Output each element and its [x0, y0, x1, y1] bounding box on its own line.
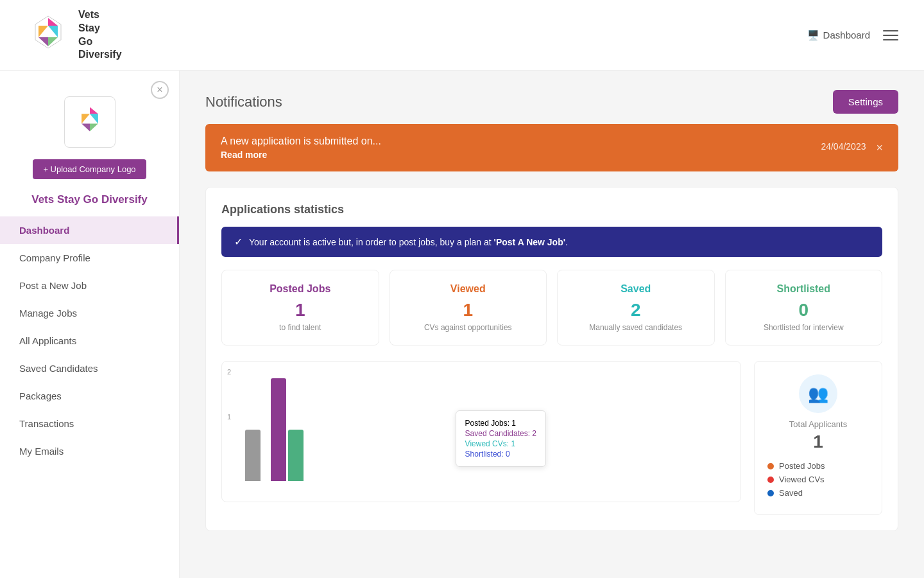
bar-group-1	[245, 430, 261, 481]
sidebar-item-packages[interactable]: Packages	[0, 382, 179, 410]
tooltip-shortlisted-label: Shortlisted:	[465, 450, 504, 459]
y-label-2: 2	[227, 368, 231, 376]
bar-chart: 2 1	[221, 361, 741, 502]
stat-desc-viewed: CVs against opportunities	[403, 323, 534, 332]
sidebar-logo-icon	[71, 103, 109, 141]
sidebar-link-company-profile[interactable]: Company Profile	[0, 244, 179, 272]
site-logo-text: Vets Stay Go Diversify	[78, 8, 122, 62]
notification-content: A new application is submitted on... Rea…	[221, 136, 381, 160]
applications-statistics-title: Applications statistics	[221, 203, 882, 216]
svg-marker-10	[81, 124, 90, 132]
settings-button[interactable]: Settings	[833, 90, 898, 114]
applicants-icon: 👥	[808, 384, 828, 404]
notification-banner: A new application is submitted on... Rea…	[205, 124, 898, 171]
tooltip-viewed-label: Viewed CVs:	[465, 439, 509, 448]
bar-group-2	[271, 378, 304, 481]
tooltip-shortlisted: Shortlisted: 0	[465, 450, 536, 459]
tooltip-saved-candidates: Saved Candidates: 2	[465, 429, 536, 438]
sidebar-link-post-job[interactable]: Post a New Job	[0, 272, 179, 299]
stat-card-viewed: Viewed 1 CVs against opportunities	[389, 270, 547, 346]
tooltip-posted-jobs: Posted Jobs: 1	[465, 419, 536, 428]
svg-marker-11	[90, 124, 98, 132]
bar-purple-1	[271, 378, 286, 481]
sidebar-link-packages[interactable]: Packages	[0, 382, 179, 410]
stat-value-shortlisted: 0	[739, 300, 869, 320]
legend-label-posted-jobs: Posted Jobs	[779, 461, 825, 471]
legend-items: Posted Jobs Viewed CVs Saved	[767, 461, 869, 498]
applications-statistics-section: Applications statistics ✓ Your account i…	[205, 187, 898, 531]
notification-close-button[interactable]: ×	[876, 141, 883, 155]
stats-cards: Posted Jobs 1 to find talent Viewed 1 CV…	[221, 270, 882, 346]
dashboard-nav-link[interactable]: 🖥️ Dashboard	[807, 30, 870, 41]
info-banner-link[interactable]: 'Post A New Job'	[494, 237, 565, 247]
svg-marker-8	[81, 114, 90, 123]
legend-card: 👥 Total Applicants 1 Posted Jobs Viewed …	[754, 361, 882, 515]
main-layout: × + Upload Company Logo Vets Stay Go Div…	[0, 71, 924, 578]
sidebar: × + Upload Company Logo Vets Stay Go Div…	[0, 71, 180, 578]
tooltip-viewed-value: 1	[511, 439, 515, 448]
stat-desc-shortlisted: Shortlisted for interview	[739, 323, 869, 332]
stat-title-posted-jobs: Posted Jobs	[235, 283, 366, 295]
legend-item-posted-jobs: Posted Jobs	[767, 461, 869, 471]
info-banner-text: Your account is active but, in order to …	[249, 237, 568, 247]
stat-value-saved: 2	[570, 300, 701, 320]
sidebar-item-transactions[interactable]: Transactions	[0, 410, 179, 437]
stat-card-shortlisted: Shortlisted 0 Shortlisted for interview	[725, 270, 883, 346]
sidebar-link-transactions[interactable]: Transactions	[0, 410, 179, 437]
legend-dot-viewed-cvs	[767, 477, 774, 483]
legend-dot-posted-jobs	[767, 463, 774, 469]
svg-marker-3	[48, 26, 58, 37]
svg-marker-9	[90, 114, 98, 123]
sidebar-item-saved-candidates[interactable]: Saved Candidates	[0, 355, 179, 382]
sidebar-link-dashboard[interactable]: Dashboard	[0, 216, 179, 244]
stat-value-viewed: 1	[403, 300, 534, 320]
legend-item-saved: Saved	[767, 488, 869, 498]
close-icon: ×	[876, 141, 883, 154]
notification-message: A new application is submitted on...	[221, 136, 381, 147]
legend-label-saved: Saved	[779, 488, 803, 498]
tooltip-viewed-cvs: Viewed CVs: 1	[465, 439, 536, 448]
sidebar-close-button[interactable]: ×	[151, 81, 169, 99]
chart-legend-row: 2 1	[221, 361, 882, 515]
sidebar-item-dashboard[interactable]: Dashboard	[0, 216, 179, 244]
sidebar-item-company-profile[interactable]: Company Profile	[0, 244, 179, 272]
notification-read-more[interactable]: Read more	[221, 150, 381, 160]
hamburger-button[interactable]	[883, 30, 898, 40]
header: Vets Stay Go Diversify 🖥️ Dashboard	[0, 0, 924, 71]
notifications-title: Notifications	[205, 94, 282, 110]
tooltip-posted-jobs-label: Posted Jobs:	[465, 419, 509, 428]
tooltip-saved-value: 2	[532, 429, 536, 438]
stat-card-saved: Saved 2 Manually saved candidates	[557, 270, 715, 346]
stat-value-posted-jobs: 1	[235, 300, 366, 320]
sidebar-link-all-applicants[interactable]: All Applicants	[0, 327, 179, 355]
sidebar-item-my-emails[interactable]: My Emails	[0, 437, 179, 465]
chart-tooltip: Posted Jobs: 1 Saved Candidates: 2 Viewe…	[456, 410, 546, 467]
sidebar-logo-area: + Upload Company Logo	[0, 83, 179, 186]
company-logo-icon	[26, 13, 71, 58]
hamburger-line-3	[883, 39, 898, 40]
bar-gray-1	[245, 430, 261, 481]
sidebar-link-my-emails[interactable]: My Emails	[0, 437, 179, 465]
sidebar-nav: Dashboard Company Profile Post a New Job…	[0, 216, 179, 465]
sidebar-company-logo	[64, 96, 116, 148]
checkmark-icon: ✓	[234, 236, 243, 248]
main-content: Notifications Settings A new application…	[180, 71, 924, 578]
total-applicants-value: 1	[767, 432, 869, 452]
sidebar-link-saved-candidates[interactable]: Saved Candidates	[0, 355, 179, 382]
svg-marker-2	[38, 26, 48, 37]
sidebar-item-all-applicants[interactable]: All Applicants	[0, 327, 179, 355]
sidebar-nav-list: Dashboard Company Profile Post a New Job…	[0, 216, 179, 465]
dashboard-nav-label: Dashboard	[823, 30, 870, 40]
legend-item-viewed-cvs: Viewed CVs	[767, 475, 869, 484]
hamburger-line-2	[883, 35, 898, 36]
tooltip-saved-label: Saved Candidates:	[465, 429, 530, 438]
sidebar-item-post-job[interactable]: Post a New Job	[0, 272, 179, 299]
stat-desc-saved: Manually saved candidates	[570, 323, 701, 332]
upload-logo-button[interactable]: + Upload Company Logo	[33, 159, 146, 179]
sidebar-item-manage-jobs[interactable]: Manage Jobs	[0, 299, 179, 327]
stat-title-viewed: Viewed	[403, 283, 534, 295]
sidebar-company-name: Vets Stay Go Diversify	[0, 193, 179, 206]
logo-area: Vets Stay Go Diversify	[26, 8, 122, 62]
stat-title-saved: Saved	[570, 283, 701, 295]
sidebar-link-manage-jobs[interactable]: Manage Jobs	[0, 299, 179, 327]
